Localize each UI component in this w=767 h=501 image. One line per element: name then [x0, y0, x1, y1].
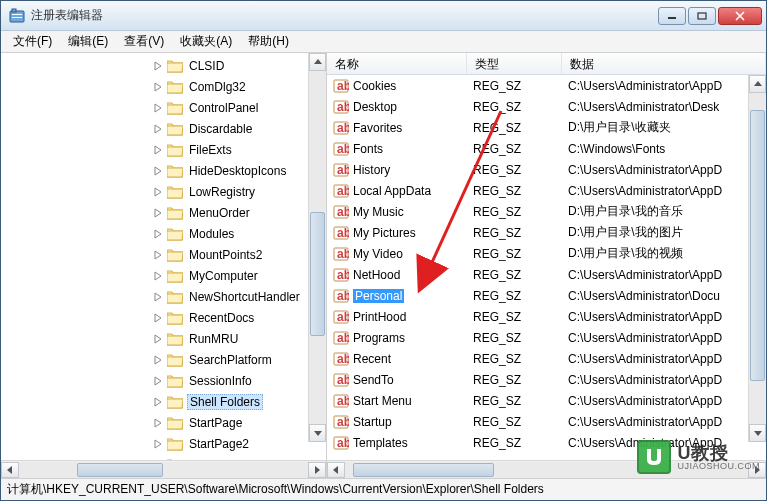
string-value-icon	[333, 393, 349, 409]
tree-item[interactable]: Discardable	[1, 118, 326, 139]
tree-item[interactable]: ControlPanel	[1, 97, 326, 118]
value-name: SendTo	[353, 373, 394, 387]
value-row[interactable]: FontsREG_SZC:\Windows\Fonts	[327, 138, 766, 159]
folder-icon	[167, 458, 183, 461]
maximize-button[interactable]	[688, 7, 716, 25]
scroll-up-button[interactable]	[749, 75, 766, 93]
tree-item[interactable]: SearchPlatform	[1, 349, 326, 370]
minimize-button[interactable]	[658, 7, 686, 25]
tree-horizontal-scrollbar[interactable]	[1, 460, 326, 478]
expander-icon[interactable]	[151, 458, 165, 461]
scroll-thumb[interactable]	[77, 463, 164, 477]
scroll-right-button[interactable]	[308, 462, 326, 478]
tree-item[interactable]: Shell Folders	[1, 391, 326, 412]
tree-item[interactable]: StreamMRU	[1, 454, 326, 460]
registry-tree[interactable]: CLSIDComDlg32ControlPanelDiscardableFile…	[1, 53, 326, 460]
menu-favorites[interactable]: 收藏夹(A)	[172, 31, 240, 52]
scroll-left-button[interactable]	[1, 462, 19, 478]
menu-help[interactable]: 帮助(H)	[240, 31, 297, 52]
value-row[interactable]: My MusicREG_SZD:\用户目录\我的音乐	[327, 201, 766, 222]
values-list[interactable]: CookiesREG_SZC:\Users\Administrator\AppD…	[327, 75, 766, 460]
value-row[interactable]: HistoryREG_SZC:\Users\Administrator\AppD	[327, 159, 766, 180]
scroll-thumb[interactable]	[750, 110, 765, 381]
value-row[interactable]: PersonalREG_SZC:\Users\Administrator\Doc…	[327, 285, 766, 306]
column-data[interactable]: 数据	[562, 53, 766, 74]
scroll-track[interactable]	[749, 93, 766, 424]
expander-icon[interactable]	[151, 122, 165, 136]
value-row[interactable]: StartupREG_SZC:\Users\Administrator\AppD	[327, 411, 766, 432]
tree-item[interactable]: LowRegistry	[1, 181, 326, 202]
value-row[interactable]: My PicturesREG_SZD:\用户目录\我的图片	[327, 222, 766, 243]
expander-icon[interactable]	[151, 353, 165, 367]
value-row[interactable]: FavoritesREG_SZD:\用户目录\收藏夹	[327, 117, 766, 138]
content-area: CLSIDComDlg32ControlPanelDiscardableFile…	[1, 53, 766, 478]
folder-icon	[167, 101, 183, 115]
tree-item[interactable]: MountPoints2	[1, 244, 326, 265]
expander-icon[interactable]	[151, 143, 165, 157]
app-icon	[9, 8, 25, 24]
value-row[interactable]: DesktopREG_SZC:\Users\Administrator\Desk	[327, 96, 766, 117]
value-name: Desktop	[353, 100, 397, 114]
titlebar[interactable]: 注册表编辑器	[1, 1, 766, 31]
tree-item[interactable]: RunMRU	[1, 328, 326, 349]
expander-icon[interactable]	[151, 290, 165, 304]
tree-item[interactable]: SessionInfo	[1, 370, 326, 391]
tree-item-label: HideDesktopIcons	[187, 163, 288, 179]
expander-icon[interactable]	[151, 332, 165, 346]
expander-icon[interactable]	[151, 80, 165, 94]
tree-item[interactable]: StartPage2	[1, 433, 326, 454]
tree-item[interactable]: FileExts	[1, 139, 326, 160]
tree-item-label: MountPoints2	[187, 247, 264, 263]
value-row[interactable]: Local AppDataREG_SZC:\Users\Administrato…	[327, 180, 766, 201]
tree-vertical-scrollbar[interactable]	[308, 53, 326, 442]
expander-icon[interactable]	[151, 395, 165, 409]
expander-icon[interactable]	[151, 206, 165, 220]
scroll-thumb[interactable]	[353, 463, 494, 477]
expander-icon[interactable]	[151, 59, 165, 73]
value-type: REG_SZ	[467, 288, 562, 304]
tree-item[interactable]: CLSID	[1, 55, 326, 76]
value-row[interactable]: NetHoodREG_SZC:\Users\Administrator\AppD	[327, 264, 766, 285]
tree-item[interactable]: ComDlg32	[1, 76, 326, 97]
close-button[interactable]	[718, 7, 762, 25]
expander-icon[interactable]	[151, 185, 165, 199]
scroll-track[interactable]	[309, 71, 326, 424]
expander-icon[interactable]	[151, 311, 165, 325]
value-row[interactable]: My VideoREG_SZD:\用户目录\我的视频	[327, 243, 766, 264]
scroll-left-button[interactable]	[327, 462, 345, 478]
value-row[interactable]: SendToREG_SZC:\Users\Administrator\AppD	[327, 369, 766, 390]
expander-icon[interactable]	[151, 269, 165, 283]
string-value-icon	[333, 309, 349, 325]
menu-file[interactable]: 文件(F)	[5, 31, 60, 52]
scroll-thumb[interactable]	[310, 212, 325, 336]
scroll-track[interactable]	[19, 462, 308, 478]
tree-item[interactable]: StartPage	[1, 412, 326, 433]
value-name: My Music	[353, 205, 404, 219]
column-type[interactable]: 类型	[467, 53, 562, 74]
value-row[interactable]: Start MenuREG_SZC:\Users\Administrator\A…	[327, 390, 766, 411]
tree-item[interactable]: Modules	[1, 223, 326, 244]
scroll-down-button[interactable]	[309, 424, 326, 442]
tree-item[interactable]: MyComputer	[1, 265, 326, 286]
tree-item[interactable]: RecentDocs	[1, 307, 326, 328]
tree-item[interactable]: MenuOrder	[1, 202, 326, 223]
scroll-up-button[interactable]	[309, 53, 326, 71]
menu-edit[interactable]: 编辑(E)	[60, 31, 116, 52]
tree-item-label: StartPage	[187, 415, 244, 431]
tree-item[interactable]: HideDesktopIcons	[1, 160, 326, 181]
value-row[interactable]: CookiesREG_SZC:\Users\Administrator\AppD	[327, 75, 766, 96]
column-name[interactable]: 名称	[327, 53, 467, 74]
expander-icon[interactable]	[151, 164, 165, 178]
expander-icon[interactable]	[151, 416, 165, 430]
expander-icon[interactable]	[151, 248, 165, 262]
value-row[interactable]: PrintHoodREG_SZC:\Users\Administrator\Ap…	[327, 306, 766, 327]
value-row[interactable]: ProgramsREG_SZC:\Users\Administrator\App…	[327, 327, 766, 348]
list-vertical-scrollbar[interactable]	[748, 75, 766, 442]
menu-view[interactable]: 查看(V)	[116, 31, 172, 52]
expander-icon[interactable]	[151, 227, 165, 241]
expander-icon[interactable]	[151, 437, 165, 451]
expander-icon[interactable]	[151, 374, 165, 388]
value-row[interactable]: RecentREG_SZC:\Users\Administrator\AppD	[327, 348, 766, 369]
tree-item[interactable]: NewShortcutHandler	[1, 286, 326, 307]
expander-icon[interactable]	[151, 101, 165, 115]
